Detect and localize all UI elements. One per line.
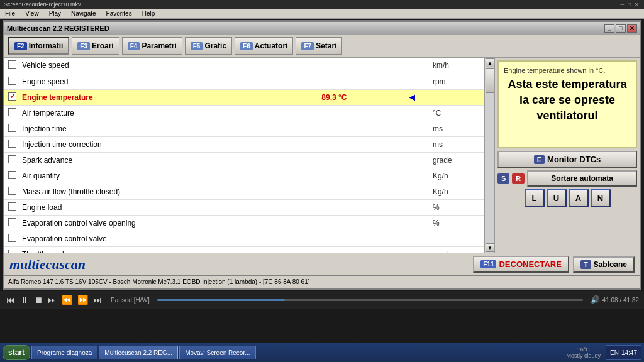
param-checkbox[interactable] xyxy=(8,108,16,116)
param-name: Injection time xyxy=(19,121,319,136)
tab-parametri[interactable]: F4 Parametri xyxy=(122,37,182,55)
table-row[interactable]: Engine speedrpm xyxy=(4,74,494,89)
param-checkbox[interactable] xyxy=(8,155,16,163)
start-btn[interactable]: start xyxy=(3,345,30,360)
menu-view[interactable]: View xyxy=(23,10,42,17)
minimize-sr-btn[interactable]: ─ xyxy=(619,2,625,8)
stop-btn[interactable]: ⏹ xyxy=(33,295,44,305)
param-checkbox[interactable] xyxy=(8,60,16,69)
key-f6: F6 xyxy=(240,42,253,50)
menu-navigate[interactable]: Navigate xyxy=(69,10,98,17)
taskbar-multiecuscan[interactable]: Multiecuscan 2.2 REG... xyxy=(99,346,178,359)
letter-btn-l[interactable]: L xyxy=(525,189,545,207)
table-row[interactable]: Engine temperature89,3 °C◄ xyxy=(4,89,494,105)
param-checkbox[interactable] xyxy=(8,77,16,85)
table-row[interactable]: Vehicle speedkm/h xyxy=(4,58,494,74)
tab-setari[interactable]: F7 Setari xyxy=(296,37,342,55)
letter-btn-n[interactable]: N xyxy=(591,189,611,207)
param-checkbox[interactable] xyxy=(8,187,16,195)
param-name: Spark advance xyxy=(19,152,319,168)
monitor-dtcs-btn[interactable]: E Monitor DTCs xyxy=(497,151,637,168)
taskbar-movavi[interactable]: Movavi Screen Recor... xyxy=(179,346,255,359)
table-row[interactable]: Mass air flow (throttle closed)Kg/h xyxy=(4,184,494,199)
param-checkbox[interactable] xyxy=(8,234,16,242)
param-checkbox[interactable] xyxy=(8,202,16,211)
table-row[interactable]: Evaporation control valve opening% xyxy=(4,215,494,231)
scroll-thumb[interactable] xyxy=(486,68,494,93)
play-pause-btn[interactable]: ⏸ xyxy=(19,295,30,305)
table-row[interactable]: Spark advancegrade xyxy=(4,152,494,168)
deconect-btn[interactable]: F11 DECONECTARE xyxy=(473,256,569,273)
sort-automata-btn[interactable]: Sortare automata xyxy=(527,170,637,187)
screen-recorder-title: ScreenRecorderProject10.mkv xyxy=(4,1,81,8)
table-row[interactable]: Injection timems xyxy=(4,121,494,136)
menu-favorites[interactable]: Favorites xyxy=(104,10,135,17)
param-arrow xyxy=(404,199,430,215)
next-frame-btn[interactable]: ⏭ xyxy=(47,295,58,305)
taskbar-label-multiecuscan: Multiecuscan 2.2 REG... xyxy=(104,349,172,356)
table-row[interactable]: Air quantityKg/h xyxy=(4,168,494,184)
end-btn[interactable]: ⏭ xyxy=(92,295,103,305)
letter-btn-a[interactable]: A xyxy=(569,189,589,207)
prev-frame-btn[interactable]: ⏮ xyxy=(5,295,16,305)
param-value xyxy=(319,136,404,152)
menu-play[interactable]: Play xyxy=(47,10,64,17)
step-back-btn[interactable]: ⏪ xyxy=(60,295,74,305)
progress-bar[interactable] xyxy=(157,299,583,301)
param-arrow xyxy=(404,231,430,246)
table-row[interactable]: Throttle anglegrade xyxy=(4,246,494,253)
maximize-app-btn[interactable]: □ xyxy=(616,24,626,33)
volume-icon[interactable]: 🔊 xyxy=(591,295,600,304)
info-box: Engine temperature shown in °C. Asta est… xyxy=(497,60,637,148)
param-value xyxy=(319,121,404,136)
param-name: Engine temperature xyxy=(19,89,319,105)
bottom-bar: multiecuscan F11 DECONECTARE T Sabloane xyxy=(4,253,640,275)
sort-key-r: R xyxy=(512,173,525,184)
param-arrow xyxy=(404,105,430,121)
weather-condition: Mostly cloudy xyxy=(567,353,601,359)
tab-informatii[interactable]: F2 Informatii xyxy=(8,37,69,55)
maximize-sr-btn[interactable]: □ xyxy=(626,2,632,8)
monitor-key: E xyxy=(534,155,545,164)
menu-file[interactable]: File xyxy=(3,10,18,17)
step-fwd-btn[interactable]: ⏩ xyxy=(76,295,89,305)
label-actuatori: Actuatori xyxy=(255,41,288,50)
param-checkbox[interactable] xyxy=(8,218,16,226)
param-checkbox[interactable] xyxy=(8,140,16,148)
param-name: Air temperature xyxy=(19,105,319,121)
sabloane-btn[interactable]: T Sabloane xyxy=(573,256,635,273)
table-row[interactable]: Air temperature°C xyxy=(4,105,494,121)
sort-label: Sortare automata xyxy=(551,174,613,183)
param-checkbox[interactable] xyxy=(8,124,16,132)
table-row[interactable]: Injection time correctionms xyxy=(4,136,494,152)
param-checkbox[interactable] xyxy=(8,250,16,253)
param-table: Vehicle speedkm/hEngine speedrpmEngine t… xyxy=(4,58,494,253)
app-logo: multiecuscan xyxy=(9,256,86,273)
scrollbar[interactable]: ▲ ▼ xyxy=(484,58,494,253)
tab-grafic[interactable]: F5 Grafic xyxy=(185,37,232,55)
tab-eroari[interactable]: F3 Eroari xyxy=(72,37,119,55)
param-name: Engine load xyxy=(19,199,319,215)
menu-help[interactable]: Help xyxy=(140,10,158,17)
close-sr-btn[interactable]: ✕ xyxy=(633,2,640,8)
screen-recorder-menu: File View Play Navigate Favorites Help xyxy=(0,9,644,19)
key-f7: F7 xyxy=(301,42,314,50)
table-row[interactable]: Engine load% xyxy=(4,199,494,215)
param-arrow xyxy=(404,215,430,231)
letter-btn-u[interactable]: U xyxy=(547,189,567,207)
param-arrow xyxy=(404,168,430,184)
param-value xyxy=(319,74,404,89)
param-checkbox[interactable] xyxy=(8,92,16,101)
table-row[interactable]: Evaporation control valve xyxy=(4,231,494,246)
close-app-btn[interactable]: ✕ xyxy=(627,24,637,33)
minimize-app-btn[interactable]: _ xyxy=(604,24,614,33)
param-checkbox[interactable] xyxy=(8,171,16,179)
title-bar-buttons: _ □ ✕ xyxy=(604,24,637,33)
tab-actuatori[interactable]: F6 Actuatori xyxy=(235,37,293,55)
scroll-down[interactable]: ▼ xyxy=(486,243,494,252)
scroll-up[interactable]: ▲ xyxy=(486,58,494,67)
letter-buttons: L U A N xyxy=(497,189,637,207)
param-value xyxy=(319,58,404,74)
param-arrow xyxy=(404,184,430,199)
taskbar-programe[interactable]: Programe diagnoza xyxy=(31,346,97,359)
